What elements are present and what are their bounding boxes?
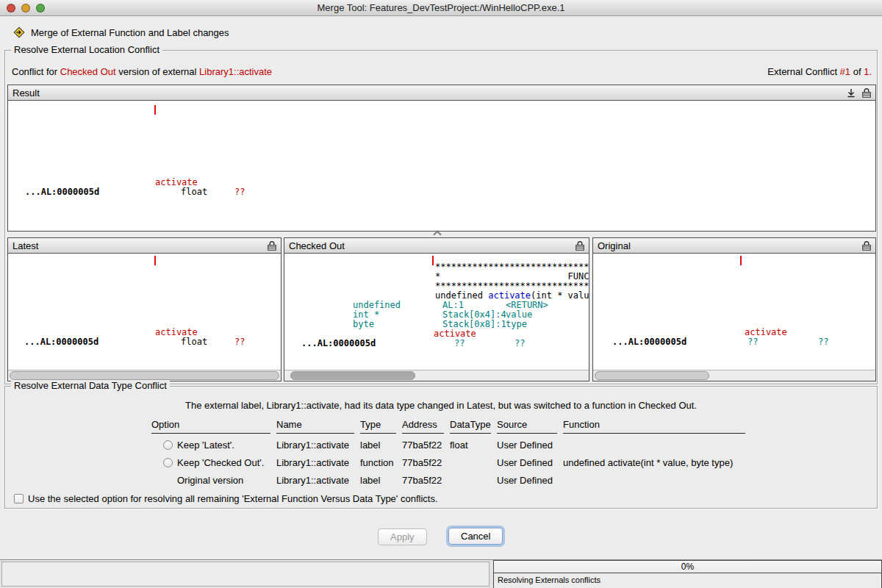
checked-out-panel-title: Checked Out bbox=[289, 240, 345, 251]
listing-value: ?? bbox=[234, 337, 245, 347]
lock-icon[interactable] bbox=[862, 240, 871, 251]
listing-value: ?? bbox=[454, 339, 465, 348]
cell-source: User Defined bbox=[497, 453, 563, 468]
listing-cursor bbox=[432, 256, 434, 265]
option-label: Keep 'Latest'. bbox=[177, 440, 234, 451]
apply-button[interactable]: Apply bbox=[378, 528, 427, 545]
param-name: type bbox=[506, 320, 527, 329]
progress-bar: 0% bbox=[494, 561, 881, 573]
use-for-all-option[interactable]: Use the selected option for resolving al… bbox=[14, 493, 438, 504]
listing-cursor bbox=[154, 105, 156, 115]
result-panel-title: Result bbox=[12, 87, 40, 98]
counter-number: #1 bbox=[840, 66, 850, 77]
datatype-conflict-group: Resolve External Data Type Conflict The … bbox=[4, 386, 878, 509]
counter-prefix: External Conflict bbox=[767, 66, 839, 77]
checked-out-listing[interactable]: ****************************************… bbox=[284, 254, 589, 370]
cell-address: 77ba5f22 bbox=[402, 453, 450, 468]
horizontal-scrollbar[interactable] bbox=[8, 370, 281, 381]
cell-address: 77ba5f22 bbox=[402, 435, 450, 451]
listing-datatype: float bbox=[181, 337, 207, 347]
original-panel: Original activate ...AL:0000005d ?? ?? bbox=[592, 237, 876, 381]
checked-out-panel-header: Checked Out bbox=[284, 238, 589, 254]
original-panel-title: Original bbox=[598, 240, 631, 251]
column-header-option: Option bbox=[151, 419, 270, 434]
counter-middle: of bbox=[850, 66, 864, 77]
listing-address: ...AL:0000005d bbox=[301, 339, 376, 348]
result-listing[interactable]: activate ...AL:0000005d float ?? bbox=[8, 101, 875, 231]
merge-icon bbox=[13, 26, 25, 38]
cell-source: User Defined bbox=[497, 470, 563, 486]
latest-panel-title: Latest bbox=[12, 240, 38, 251]
scrollbar-thumb[interactable] bbox=[290, 371, 415, 380]
lock-icon[interactable] bbox=[862, 87, 871, 98]
cell-source: User Defined bbox=[497, 435, 563, 451]
location-conflict-group-title: Resolve External Location Conflict bbox=[11, 44, 162, 55]
cell-name: Library1::activate bbox=[276, 470, 360, 486]
progress-area: 0% Resolving Externals conflicts bbox=[493, 560, 882, 588]
conflict-counter: External Conflict #1 of 1. bbox=[767, 66, 872, 77]
lock-icon[interactable] bbox=[268, 240, 276, 251]
cell-function bbox=[563, 476, 751, 480]
cell-name: Library1::activate bbox=[276, 453, 360, 468]
dialog-header: Merge of External Function and Label cha… bbox=[13, 26, 229, 38]
cell-name: Library1::activate bbox=[276, 435, 360, 451]
cell-type: function bbox=[360, 453, 402, 468]
horizontal-scrollbar[interactable] bbox=[284, 370, 589, 381]
status-message-field bbox=[1, 562, 490, 587]
radio-keep-latest[interactable] bbox=[163, 440, 173, 450]
checked-out-panel: Checked Out ****************************… bbox=[284, 237, 589, 381]
horizontal-scrollbar[interactable] bbox=[593, 370, 875, 381]
cell-type: label bbox=[360, 470, 402, 486]
conflict-version: Checked Out bbox=[60, 66, 116, 77]
conflict-description: Conflict for Checked Out version of exte… bbox=[12, 66, 272, 77]
goto-icon[interactable] bbox=[847, 88, 856, 98]
listing-address: ...AL:0000005d bbox=[24, 337, 98, 347]
minimize-button[interactable] bbox=[21, 4, 30, 12]
lock-icon[interactable] bbox=[576, 240, 584, 251]
cell-datatype: float bbox=[450, 435, 497, 451]
status-bar: 0% Resolving Externals conflicts bbox=[0, 559, 882, 588]
latest-panel: Latest activate ...AL:0000005d float ?? bbox=[7, 237, 282, 381]
listing-cursor bbox=[154, 256, 156, 265]
listing-value: ?? bbox=[514, 339, 525, 348]
cancel-button[interactable]: Cancel bbox=[448, 528, 503, 545]
titlebar: Merge Tool: Features_DevTestProject:/Win… bbox=[0, 0, 882, 16]
listing-datatype: float bbox=[181, 187, 207, 197]
cell-datatype bbox=[450, 458, 497, 462]
cell-type: label bbox=[360, 435, 402, 451]
latest-panel-header: Latest bbox=[8, 238, 281, 254]
listing-address: ...AL:0000005d bbox=[612, 337, 686, 347]
zoom-button[interactable] bbox=[36, 4, 45, 12]
result-panel-header: Result bbox=[8, 85, 875, 101]
scrollbar-thumb[interactable] bbox=[10, 371, 279, 380]
listing-address: ...AL:0000005d bbox=[25, 187, 99, 197]
radio-keep-checked-out[interactable] bbox=[163, 458, 173, 467]
dialog-title: Merge of External Function and Label cha… bbox=[31, 27, 229, 38]
listing-value: ?? bbox=[818, 337, 828, 347]
conflict-middle: version of external bbox=[116, 66, 199, 77]
option-label: Original version bbox=[177, 475, 243, 486]
listing-cursor bbox=[740, 256, 742, 265]
conflict-options-table: Option Name Type Address DataType Source… bbox=[151, 416, 751, 487]
cell-function: undefined activate(int * value, byte typ… bbox=[563, 453, 751, 468]
scrollbar-thumb[interactable] bbox=[595, 371, 709, 380]
window-controls bbox=[7, 4, 45, 12]
original-panel-header: Original bbox=[593, 238, 875, 254]
use-for-all-checkbox[interactable] bbox=[14, 494, 24, 503]
cell-datatype bbox=[450, 476, 497, 480]
column-header-type: Type bbox=[360, 419, 396, 434]
use-for-all-label: Use the selected option for resolving al… bbox=[28, 493, 438, 504]
option-keep-checked-out[interactable]: Keep 'Checked Out'. bbox=[151, 453, 276, 468]
column-header-address: Address bbox=[402, 419, 444, 434]
option-original-version: Original version bbox=[151, 470, 276, 486]
param-type: byte bbox=[353, 320, 374, 329]
latest-listing[interactable]: activate ...AL:0000005d float ?? bbox=[8, 254, 281, 370]
original-listing[interactable]: activate ...AL:0000005d ?? ?? bbox=[593, 254, 875, 370]
column-header-name: Name bbox=[276, 419, 354, 434]
option-keep-latest[interactable]: Keep 'Latest'. bbox=[151, 435, 276, 451]
close-button[interactable] bbox=[7, 4, 15, 12]
window-title: Merge Tool: Features_DevTestProject:/Win… bbox=[318, 2, 565, 13]
result-panel: Result activate ...AL:0000005d float ?? bbox=[7, 85, 876, 232]
conflict-external-name: Library1::activate bbox=[199, 66, 272, 77]
datatype-conflict-description: The external label, Library1::activate, … bbox=[5, 400, 877, 411]
